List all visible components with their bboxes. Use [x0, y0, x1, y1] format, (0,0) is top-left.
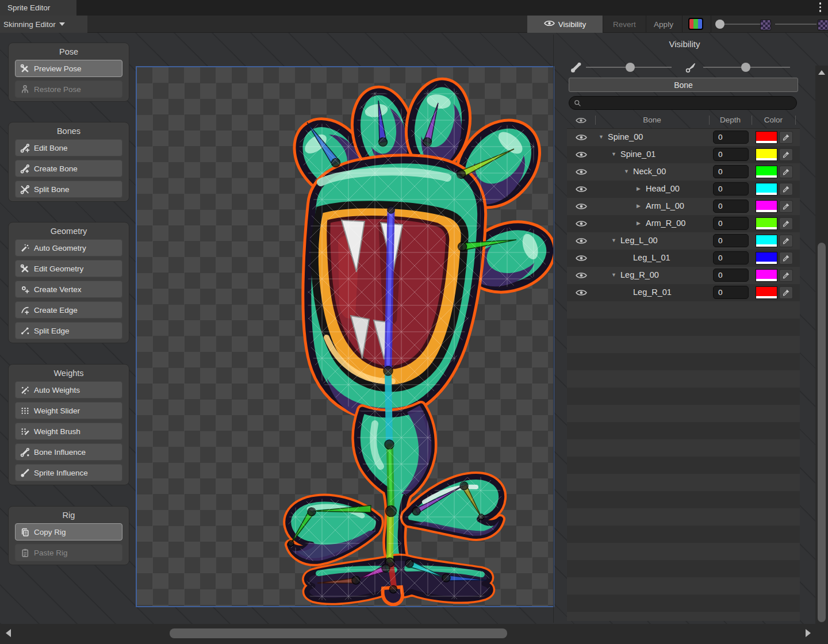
- visibility-eye-toggle[interactable]: [576, 168, 587, 178]
- depth-input[interactable]: [713, 269, 749, 282]
- create-edge-button[interactable]: Create Edge: [15, 301, 122, 319]
- scroll-left-arrow[interactable]: [6, 629, 11, 637]
- bone-name[interactable]: Spine_01: [620, 150, 656, 159]
- col-depth[interactable]: Depth: [710, 116, 751, 124]
- depth-input[interactable]: [713, 182, 749, 195]
- color-picker-button[interactable]: [779, 131, 793, 144]
- vertical-scrollbar[interactable]: [815, 66, 828, 644]
- expand-arrow[interactable]: ▼: [599, 134, 604, 140]
- depth-input[interactable]: [713, 286, 749, 299]
- bone-name[interactable]: Leg_L_01: [633, 253, 670, 262]
- bone-color-swatch[interactable]: [756, 217, 777, 230]
- sprite-influence-button[interactable]: Sprite Influence: [15, 464, 122, 481]
- split-bone-button[interactable]: Split Bone: [15, 181, 122, 198]
- mesh-opacity-slider-knob[interactable]: [741, 63, 750, 72]
- kebab-menu-icon[interactable]: [819, 2, 822, 12]
- col-color[interactable]: Color: [752, 116, 795, 124]
- bone-color-swatch[interactable]: [756, 235, 777, 247]
- depth-input[interactable]: [713, 148, 749, 161]
- create-vertex-button[interactable]: Create Vertex: [15, 281, 122, 298]
- expand-arrow[interactable]: ▼: [611, 151, 616, 157]
- color-picker-button[interactable]: [779, 200, 793, 213]
- search-field[interactable]: [569, 96, 797, 110]
- sprite-alpha-slider-knob[interactable]: [715, 20, 724, 29]
- bone-color-swatch[interactable]: [756, 166, 777, 178]
- bone-name[interactable]: Neck_00: [633, 167, 666, 176]
- apply-button[interactable]: Apply: [646, 16, 681, 33]
- skinning-editor-dropdown[interactable]: Skinning Editor: [0, 16, 87, 33]
- split-edge-button[interactable]: Split Edge: [15, 322, 122, 339]
- color-picker-button[interactable]: [779, 252, 793, 264]
- bone-name[interactable]: Leg_R_00: [620, 270, 659, 279]
- vertical-scroll-thumb[interactable]: [818, 243, 826, 622]
- color-picker-button[interactable]: [779, 286, 793, 299]
- color-picker-button[interactable]: [779, 217, 793, 230]
- bone-name[interactable]: Leg_R_01: [633, 288, 672, 297]
- bone-color-swatch[interactable]: [756, 269, 777, 282]
- color-picker-button[interactable]: [779, 269, 793, 282]
- auto-weights-button[interactable]: Auto Weights: [15, 381, 122, 398]
- horizontal-scrollbar[interactable]: [0, 624, 828, 644]
- color-picker-button[interactable]: [779, 235, 793, 247]
- scroll-right-arrow[interactable]: [806, 629, 811, 637]
- bone-color-swatch[interactable]: [756, 183, 777, 195]
- sprite-color-mode-icon[interactable]: [688, 18, 703, 30]
- weight-brush-button[interactable]: Weight Brush: [15, 423, 122, 440]
- color-picker-button[interactable]: [779, 183, 793, 195]
- depth-input[interactable]: [713, 200, 749, 213]
- bone-name[interactable]: Leg_L_00: [620, 236, 658, 245]
- color-picker-button[interactable]: [779, 148, 793, 161]
- expand-arrow[interactable]: ▼: [611, 237, 616, 243]
- visibility-eye-toggle[interactable]: [576, 185, 587, 195]
- expand-arrow[interactable]: ▶: [637, 203, 641, 209]
- bone-color-swatch[interactable]: [756, 148, 777, 161]
- expand-arrow[interactable]: ▶: [637, 220, 641, 226]
- sprite-canvas[interactable]: [136, 66, 554, 607]
- tab-sprite-editor[interactable]: Sprite Editor: [0, 0, 76, 16]
- bone-color-swatch[interactable]: [756, 286, 777, 299]
- create-bone-button[interactable]: Create Bone: [15, 160, 122, 177]
- visibility-eye-toggle[interactable]: [576, 133, 587, 144]
- bone-name[interactable]: Head_00: [646, 184, 680, 193]
- bone-color-swatch[interactable]: [756, 131, 777, 144]
- bone-color-swatch[interactable]: [756, 252, 777, 264]
- depth-input[interactable]: [713, 165, 749, 178]
- visibility-eye-toggle[interactable]: [576, 271, 587, 282]
- mesh-alpha-slider-track[interactable]: [775, 24, 816, 25]
- restore-pose-button[interactable]: Restore Pose: [15, 80, 122, 98]
- bone-color-swatch[interactable]: [756, 200, 777, 213]
- bone-name[interactable]: Arm_R_00: [646, 218, 685, 228]
- col-bone[interactable]: Bone: [596, 116, 708, 124]
- depth-input[interactable]: [713, 234, 749, 247]
- copy-rig-button[interactable]: Copy Rig: [15, 523, 122, 540]
- search-input[interactable]: [584, 98, 792, 108]
- visibility-eye-toggle[interactable]: [576, 151, 587, 161]
- edit-geometry-button[interactable]: Edit Geometry: [15, 260, 122, 277]
- bone-opacity-slider-knob[interactable]: [626, 63, 635, 72]
- horizontal-scroll-thumb[interactable]: [170, 628, 507, 638]
- preview-pose-button[interactable]: Preview Pose: [15, 60, 122, 77]
- revert-button[interactable]: Revert: [603, 16, 646, 33]
- expand-arrow[interactable]: ▶: [637, 186, 641, 191]
- bone-name[interactable]: Arm_L_00: [646, 201, 684, 210]
- visibility-toggle-button[interactable]: Visibility: [527, 16, 603, 33]
- scroll-up-arrow[interactable]: [818, 70, 825, 75]
- visibility-eye-toggle[interactable]: [576, 289, 587, 299]
- weight-slider-button[interactable]: Weight Slider: [15, 402, 122, 419]
- expand-arrow[interactable]: ▼: [624, 168, 629, 174]
- depth-input[interactable]: [713, 131, 749, 144]
- visibility-eye-toggle[interactable]: [576, 220, 587, 230]
- sprite-alpha-slider-track[interactable]: [720, 24, 761, 25]
- bone-name[interactable]: Spine_00: [608, 132, 643, 141]
- bone-influence-button[interactable]: Bone Influence: [15, 443, 122, 461]
- visibility-eye-toggle[interactable]: [576, 237, 587, 247]
- visibility-eye-toggle[interactable]: [576, 202, 587, 213]
- visibility-eye-toggle[interactable]: [576, 254, 587, 264]
- depth-input[interactable]: [713, 217, 749, 230]
- expand-arrow[interactable]: ▼: [611, 272, 616, 278]
- bone-category-tab[interactable]: Bone: [569, 78, 798, 92]
- paste-rig-button[interactable]: Paste Rig: [15, 544, 122, 561]
- auto-geometry-button[interactable]: Auto Geometry: [15, 239, 122, 256]
- color-picker-button[interactable]: [779, 166, 793, 178]
- depth-input[interactable]: [713, 251, 749, 264]
